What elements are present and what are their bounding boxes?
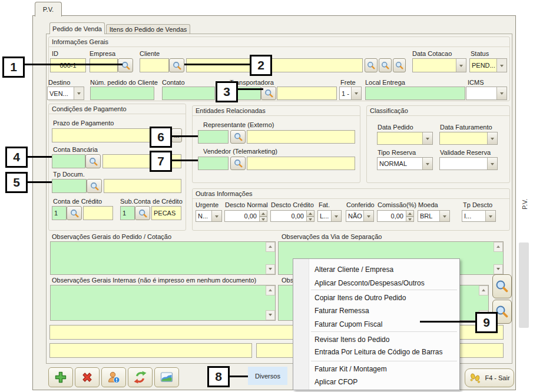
footprints-icon: [469, 371, 482, 384]
spinner-buttons[interactable]: [259, 210, 267, 222]
conferido-select[interactable]: NÃO: [346, 210, 374, 222]
cliente-code-field[interactable]: [140, 58, 169, 72]
sub-conta-lookup-button[interactable]: [135, 206, 150, 220]
chevron-down-icon: [422, 132, 433, 145]
contato-field[interactable]: [162, 87, 215, 100]
local-entrega-field[interactable]: [365, 87, 465, 100]
representante-code-field[interactable]: [198, 130, 229, 144]
delete-button[interactable]: [75, 367, 100, 387]
menu-item-revisar-itens[interactable]: Revisar Itens do Pedido: [293, 334, 459, 346]
representante-lookup-button[interactable]: [230, 130, 246, 144]
scroll-down-arrow[interactable]: [266, 264, 275, 274]
tab-pedido-de-venda[interactable]: Pedido de Venda: [49, 22, 105, 34]
moeda-select[interactable]: BRL: [418, 210, 450, 222]
validade-reserva-select[interactable]: [439, 157, 498, 170]
bottom-left-field[interactable]: [49, 343, 252, 358]
magnifier-icon: [89, 157, 98, 166]
conta-bancaria-lookup-button[interactable]: [85, 154, 101, 168]
sub-conta-code-field[interactable]: 1: [120, 206, 135, 220]
scrollbar-thumb[interactable]: [519, 242, 529, 328]
scroll-down-arrow[interactable]: [494, 264, 503, 274]
obs-separacao-label: Observações da Via de Separação: [282, 233, 382, 241]
data-faturamento-select[interactable]: [439, 132, 498, 145]
tp-docum-lookup-button[interactable]: [87, 179, 102, 193]
icms-select[interactable]: [466, 87, 507, 100]
spinner-buttons[interactable]: [306, 210, 314, 222]
magnifier-icon: [234, 159, 243, 168]
add-button[interactable]: [48, 367, 73, 387]
scroll-down-arrow[interactable]: [266, 310, 275, 320]
spin-down-icon[interactable]: [406, 217, 414, 222]
cliente-lookup-button[interactable]: [169, 58, 184, 72]
tab-itens-do-pedido[interactable]: Itens do Pedido de Vendas: [106, 24, 190, 34]
cliente-name-field[interactable]: [186, 58, 363, 72]
tp-docum-code-field[interactable]: [52, 179, 87, 193]
cliente-extra-lookup-button-2[interactable]: [379, 58, 392, 72]
menu-item-faturar-cupom-fiscal[interactable]: Faturar Cupom Fiscal: [293, 318, 459, 330]
conta-bancaria-label: Conta Bancária: [53, 146, 98, 154]
cliente-extra-lookup-button-1[interactable]: [365, 58, 378, 72]
menu-item-alterar-cliente[interactable]: Alterar Cliente / Empresa: [293, 264, 459, 275]
scroll-up-arrow[interactable]: [266, 242, 275, 252]
comissao-stepper[interactable]: 0,00: [377, 210, 414, 222]
empresa-field[interactable]: [90, 58, 118, 72]
frete-select[interactable]: 1 -: [339, 87, 362, 100]
data-cotacao-select[interactable]: [412, 58, 466, 72]
menu-item-copiar-itens[interactable]: Copiar Itens de Outro Pedido: [293, 292, 459, 304]
chart-button[interactable]: [154, 367, 179, 387]
representante-name-field[interactable]: [247, 130, 355, 144]
menu-item-faturar-kit[interactable]: Faturar Kit / Montagem: [293, 363, 459, 375]
destino-select[interactable]: VEN...: [47, 87, 84, 100]
status-select[interactable]: PEND...: [469, 58, 507, 72]
cliente-extra-lookup-button-3[interactable]: [393, 58, 406, 72]
vendedor-code-field[interactable]: [198, 157, 229, 170]
menu-item-entrada-codigo-barras[interactable]: Entrada Por Leitura de Código de Barras: [293, 346, 459, 358]
chevron-down-icon: [439, 210, 450, 222]
urgente-select[interactable]: N...: [196, 210, 222, 222]
menu-item-aplicar-cfop[interactable]: Aplicar CFOP: [293, 376, 459, 388]
spinner-buttons[interactable]: [406, 210, 414, 222]
conta-bancaria-code-field[interactable]: [52, 154, 85, 168]
fat-select[interactable]: L...: [317, 210, 342, 222]
refresh-button[interactable]: [128, 367, 153, 387]
spin-down-icon[interactable]: [259, 217, 267, 222]
vendedor-name-field[interactable]: [247, 157, 355, 170]
obs-pedido-textarea[interactable]: [50, 241, 276, 275]
transportadora-name-field[interactable]: [277, 87, 337, 100]
obs-internas-textarea[interactable]: [50, 285, 276, 321]
window-tab-pv[interactable]: P.V.: [35, 2, 62, 16]
chart-icon: [160, 370, 174, 384]
data-pedido-label: Data Pedido: [378, 124, 413, 131]
descto-normal-stepper[interactable]: 0,00: [224, 210, 267, 222]
scroll-up-arrow[interactable]: [479, 285, 488, 295]
customer-info-button[interactable]: [101, 367, 126, 387]
empresa-lookup-button[interactable]: [118, 58, 133, 72]
conta-credito-lookup-button[interactable]: [67, 206, 82, 220]
tp-descto-select[interactable]: I...: [462, 210, 496, 222]
callout-6: 6: [150, 127, 172, 148]
conta-credito-code-field[interactable]: 1: [52, 206, 67, 220]
vendedor-lookup-button[interactable]: [230, 157, 246, 170]
zoom-search-button-1[interactable]: [492, 274, 512, 298]
menu-item-aplicar-desconto[interactable]: Aplicar Desconto/Despesas/Outros: [293, 277, 459, 289]
sub-conta-name-field[interactable]: PECAS: [151, 206, 181, 220]
tp-docum-name-field[interactable]: [104, 179, 181, 193]
exit-button[interactable]: F4 - Sair: [465, 368, 514, 387]
data-pedido-select[interactable]: [377, 132, 433, 145]
spin-up-icon[interactable]: [259, 210, 267, 217]
num-pedido-cliente-field[interactable]: [90, 87, 154, 100]
side-tab-pv[interactable]: P.V.: [519, 192, 531, 217]
scroll-up-arrow[interactable]: [266, 285, 275, 295]
tipo-reserva-select[interactable]: NORMAL: [377, 157, 433, 170]
scroll-up-arrow[interactable]: [494, 242, 503, 252]
chevron-down-icon: [363, 210, 374, 222]
descto-credito-stepper[interactable]: 0,00: [270, 210, 314, 222]
menu-item-faturar-remessa[interactable]: Faturar Remessa: [293, 305, 459, 317]
spin-up-icon[interactable]: [306, 210, 314, 217]
spin-down-icon[interactable]: [306, 217, 314, 222]
spin-up-icon[interactable]: [406, 210, 414, 217]
sub-conta-credito-label: Sub.Conta de Crédito: [120, 198, 183, 205]
diversos-button[interactable]: Diversos: [248, 367, 287, 385]
conta-credito-name-field[interactable]: [83, 206, 113, 220]
id-field[interactable]: 000-1: [50, 58, 86, 72]
